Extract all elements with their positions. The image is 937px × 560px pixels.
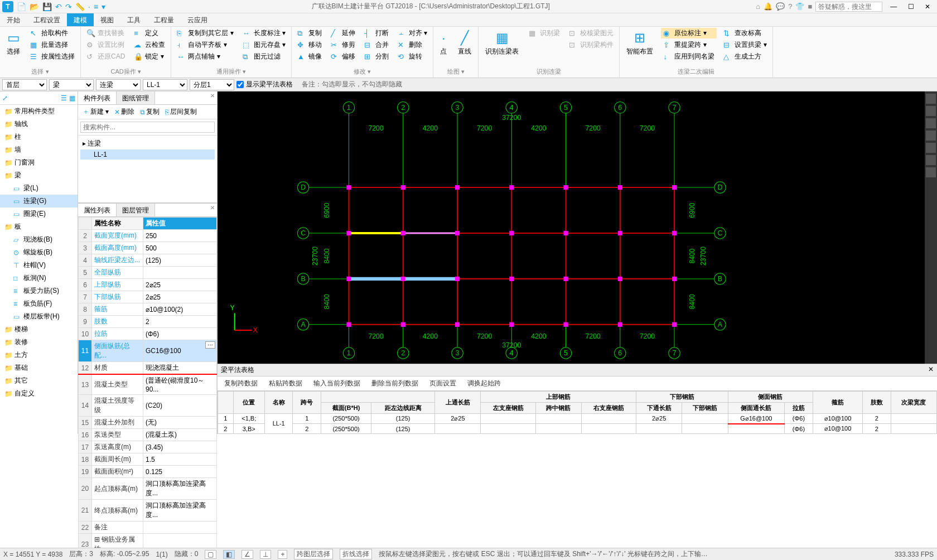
mid-tab-0[interactable]: 构件列表: [78, 91, 117, 104]
prop-row-21[interactable]: 21终点顶标高(m)洞口顶标高加连梁高度...: [79, 500, 217, 522]
component-search-input[interactable]: [80, 122, 215, 133]
undo-icon[interactable]: ↶: [55, 2, 62, 11]
main-tab-1[interactable]: 工程设置: [27, 13, 67, 26]
bg-tb-2[interactable]: 输入当前列数据: [310, 378, 364, 389]
bg-tb-4[interactable]: 页面设置: [426, 378, 460, 389]
ribbon-btn-3-1-1[interactable]: ✂修剪: [329, 40, 358, 50]
prop-row-14[interactable]: 14混凝土强度等级(C20): [79, 395, 217, 417]
prop-row-22[interactable]: 22备注: [79, 522, 217, 534]
ribbon-btn-1-1-2[interactable]: 🔒锁定 ▾: [132, 51, 167, 62]
ribbon-btn-2-0-1[interactable]: ⫞自动平齐板 ▾: [175, 40, 235, 50]
tree-item-4[interactable]: 📁门窗洞: [0, 156, 78, 169]
list-view-icon[interactable]: ☰: [61, 94, 67, 102]
ribbon-btn-0-0-1[interactable]: ▦批量选择: [28, 40, 77, 50]
ribbon-btn-3-1-2[interactable]: ⟳偏移: [329, 51, 358, 62]
ribbon-btn-2-1-0[interactable]: ↔长度标注 ▾: [240, 28, 288, 38]
chat-icon[interactable]: 💬: [776, 2, 785, 11]
ribbon-big-4-0[interactable]: ·点: [437, 28, 450, 59]
bg-row-0[interactable]: 1<1,B;LL-11(250*500)(125)2⌀252⌀25G⌀16@10…: [218, 413, 937, 424]
ribbon-btn-5-0-0[interactable]: ▦识别梁: [527, 28, 562, 38]
bg-tb-5[interactable]: 调换起始跨: [464, 378, 504, 389]
tree-item-14[interactable]: ≡板受力筋(S): [0, 284, 78, 297]
prop-row-2[interactable]: 2截面宽度(mm)250: [79, 230, 217, 242]
ribbon-big-6[interactable]: ⊞智能布置: [623, 28, 656, 59]
prop-row-10[interactable]: 10拉筋(Φ6): [79, 328, 217, 340]
mid-tb-2[interactable]: ⧉复制: [138, 106, 162, 118]
prop-row-16[interactable]: 16泵送类型(混凝土泵): [79, 429, 217, 441]
tree-item-5[interactable]: 📁梁: [0, 169, 78, 182]
ribbon-btn-6-0-0[interactable]: ◉原位标注 ▾: [661, 28, 717, 38]
tree-item-8[interactable]: ▭圈梁(E): [0, 207, 78, 220]
name-select[interactable]: LL-1: [143, 79, 187, 90]
close-button[interactable]: ✕: [920, 3, 935, 11]
type-select[interactable]: 连梁: [96, 79, 141, 90]
more-icon[interactable]: ▾: [102, 2, 105, 11]
ribbon-btn-1-0-2[interactable]: ↺还原CAD: [84, 51, 127, 62]
prop-row-8[interactable]: 8箍筋⌀10@100(2): [79, 303, 217, 316]
tshirt-icon[interactable]: 👕: [795, 2, 804, 11]
ribbon-btn-3-2-2[interactable]: ⊞分割: [362, 51, 391, 62]
floor-select[interactable]: 首层: [2, 79, 47, 90]
main-tab-0[interactable]: 开始: [0, 13, 27, 26]
prop-row-5[interactable]: 5全部纵筋: [79, 267, 217, 279]
close-grid-icon[interactable]: ✕: [928, 365, 934, 375]
ribbon-btn-3-0-2[interactable]: ▲镜像: [295, 51, 324, 62]
side-tool-1[interactable]: [926, 94, 936, 104]
ribbon-btn-3-1-0[interactable]: ╱延伸: [329, 28, 358, 38]
prop-row-12[interactable]: 12材质现浇混凝土: [79, 362, 217, 375]
close-props-icon[interactable]: ✕: [210, 205, 215, 211]
help-search-input[interactable]: [815, 2, 882, 12]
sb-mode-2[interactable]: ◧: [223, 550, 235, 559]
prop-row-4[interactable]: 4轴线距梁左边...(125): [79, 254, 217, 267]
ribbon-btn-0-0-2[interactable]: ☰按属性选择: [28, 51, 77, 62]
prop-tab-1[interactable]: 图层管理: [117, 204, 155, 216]
tree-item-18[interactable]: 📁装修: [0, 336, 78, 349]
main-tab-4[interactable]: 工具: [120, 13, 147, 26]
ribbon-btn-3-3-1[interactable]: ✕删除: [395, 40, 429, 50]
tree-item-7[interactable]: ▭连梁(G): [0, 195, 78, 207]
ribbon-btn-1-1-0[interactable]: ≡定义: [132, 28, 167, 38]
ribbon-btn-6-0-1[interactable]: ⇧重提梁跨 ▾: [661, 40, 717, 50]
sb-mode-1[interactable]: ▢: [205, 550, 216, 559]
expand-icon[interactable]: ⤢: [2, 94, 8, 102]
bell-icon[interactable]: 🔔: [764, 2, 772, 11]
prop-row-13[interactable]: 13混凝土类型(普通砼(砌滑度10～90...: [79, 374, 217, 395]
ribbon-btn-3-2-1[interactable]: ⊟合并: [362, 40, 391, 50]
mid-tb-3[interactable]: ⎘层间复制: [163, 106, 199, 118]
prop-row-11[interactable]: 11侧面纵筋(总配...GC16@100⋯: [79, 340, 217, 362]
ribbon-btn-2-1-2[interactable]: ⧉图元过滤: [240, 51, 288, 62]
layer-select[interactable]: 分层1: [190, 79, 234, 90]
main-tab-5[interactable]: 工程量: [147, 13, 181, 26]
prop-row-18[interactable]: 18截面周长(m)1.5: [79, 453, 217, 466]
show-grid-checkbox[interactable]: 显示梁平法表格: [236, 80, 293, 89]
tree-item-12[interactable]: ⊤柱帽(V): [0, 259, 78, 272]
main-tab-3[interactable]: 视图: [94, 13, 120, 26]
ribbon-big-4-1[interactable]: ╱直线: [455, 28, 475, 59]
ribbon-btn-2-0-0[interactable]: ⎘复制到其它层 ▾: [175, 28, 235, 38]
tree-item-15[interactable]: ≡板负筋(F): [0, 297, 78, 310]
mid-tab-1[interactable]: 图纸管理: [117, 91, 155, 104]
ribbon-btn-0-0-0[interactable]: ↖拾取构件: [28, 28, 77, 38]
side-tool-3[interactable]: [926, 118, 936, 128]
ribbon-btn-3-2-0[interactable]: ┤打断: [362, 28, 391, 38]
ribbon-btn-6-0-2[interactable]: ↓应用到同名梁: [661, 51, 717, 62]
prop-row-9[interactable]: 9肢数2: [79, 316, 217, 328]
tree-item-3[interactable]: 📁墙: [0, 143, 78, 156]
mid-tb-1[interactable]: ✕删除: [112, 106, 137, 118]
tree-item-0[interactable]: 📁常用构件类型: [0, 105, 78, 118]
ribbon-big-0[interactable]: ▭选择: [3, 28, 23, 59]
side-tool-7[interactable]: [926, 167, 936, 177]
prop-row-17[interactable]: 17泵送高度(m)(3.45): [79, 441, 217, 453]
bg-tb-3[interactable]: 删除当前列数据: [368, 378, 422, 389]
mid-tree-0[interactable]: ▸ 连梁: [80, 138, 215, 149]
skin-icon[interactable]: ■: [808, 2, 812, 11]
tree-item-9[interactable]: 📁板: [0, 220, 78, 233]
sb-mode-4[interactable]: ⊥: [260, 550, 271, 559]
prop-row-19[interactable]: 19截面面积(m²)0.125: [79, 466, 217, 478]
tree-item-21[interactable]: 📁其它: [0, 374, 78, 387]
save-icon[interactable]: 💾: [42, 2, 52, 11]
ribbon-btn-2-1-1[interactable]: ⬚图元存盘 ▾: [240, 40, 288, 50]
new-icon[interactable]: 📄: [17, 2, 26, 11]
minimize-button[interactable]: —: [886, 3, 901, 11]
tree-item-6[interactable]: ▭梁(L): [0, 182, 78, 195]
